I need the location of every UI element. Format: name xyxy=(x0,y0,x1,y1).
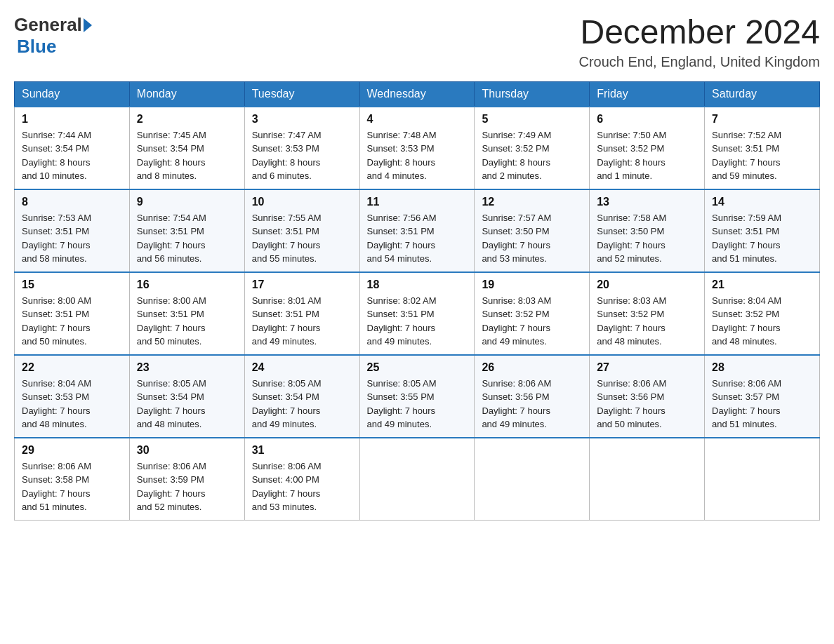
day-number: 22 xyxy=(22,361,122,374)
day-number: 30 xyxy=(137,444,237,457)
day-number: 20 xyxy=(597,279,697,291)
page-header: General Blue December 2024 Crouch End, E… xyxy=(14,14,820,70)
day-number: 21 xyxy=(712,279,812,291)
day-number: 4 xyxy=(367,113,468,126)
day-cell: 31Sunrise: 8:06 AMSunset: 4:00 PMDayligh… xyxy=(244,438,359,521)
day-cell: 10Sunrise: 7:55 AMSunset: 3:51 PMDayligh… xyxy=(244,189,359,272)
title-area: December 2024 Crouch End, England, Unite… xyxy=(578,14,820,70)
day-cell: 30Sunrise: 8:06 AMSunset: 3:59 PMDayligh… xyxy=(129,438,244,521)
day-number: 8 xyxy=(22,196,122,208)
calendar-subtitle: Crouch End, England, United Kingdom xyxy=(578,54,820,70)
calendar-header-row: SundayMondayTuesdayWednesdayThursdayFrid… xyxy=(15,81,820,107)
week-row-1: 1Sunrise: 7:44 AMSunset: 3:54 PMDaylight… xyxy=(15,107,820,189)
day-number: 29 xyxy=(22,444,122,457)
day-info: Sunrise: 8:01 AMSunset: 3:51 PMDaylight:… xyxy=(252,294,352,349)
day-number: 31 xyxy=(252,444,352,457)
day-info: Sunrise: 8:06 AMSunset: 3:59 PMDaylight:… xyxy=(137,459,237,514)
day-number: 26 xyxy=(482,361,582,374)
day-info: Sunrise: 7:55 AMSunset: 3:51 PMDaylight:… xyxy=(252,211,352,266)
day-number: 13 xyxy=(597,196,697,208)
day-cell: 23Sunrise: 8:05 AMSunset: 3:54 PMDayligh… xyxy=(129,355,244,438)
day-info: Sunrise: 8:03 AMSunset: 3:52 PMDaylight:… xyxy=(482,294,582,349)
day-number: 12 xyxy=(482,196,582,208)
day-cell: 20Sunrise: 8:03 AMSunset: 3:52 PMDayligh… xyxy=(590,272,705,355)
day-info: Sunrise: 8:00 AMSunset: 3:51 PMDaylight:… xyxy=(22,294,122,349)
day-cell: 13Sunrise: 7:58 AMSunset: 3:50 PMDayligh… xyxy=(590,189,705,272)
day-cell: 3Sunrise: 7:47 AMSunset: 3:53 PMDaylight… xyxy=(244,107,359,189)
day-cell: 21Sunrise: 8:04 AMSunset: 3:52 PMDayligh… xyxy=(705,272,820,355)
day-number: 18 xyxy=(367,279,468,291)
week-row-3: 15Sunrise: 8:00 AMSunset: 3:51 PMDayligh… xyxy=(15,272,820,355)
day-info: Sunrise: 7:44 AMSunset: 3:54 PMDaylight:… xyxy=(22,128,122,183)
day-number: 11 xyxy=(367,196,468,208)
day-cell xyxy=(359,438,475,521)
day-cell: 29Sunrise: 8:06 AMSunset: 3:58 PMDayligh… xyxy=(15,438,130,521)
week-row-4: 22Sunrise: 8:04 AMSunset: 3:53 PMDayligh… xyxy=(15,355,820,438)
day-number: 6 xyxy=(597,113,697,126)
day-number: 3 xyxy=(252,113,352,126)
logo-text-blue: Blue xyxy=(17,36,56,58)
day-cell xyxy=(590,438,705,521)
day-info: Sunrise: 8:04 AMSunset: 3:52 PMDaylight:… xyxy=(712,294,812,349)
day-cell: 8Sunrise: 7:53 AMSunset: 3:51 PMDaylight… xyxy=(15,189,130,272)
day-info: Sunrise: 7:45 AMSunset: 3:54 PMDaylight:… xyxy=(137,128,237,183)
day-cell xyxy=(475,438,590,521)
day-cell: 26Sunrise: 8:06 AMSunset: 3:56 PMDayligh… xyxy=(475,355,590,438)
day-cell: 1Sunrise: 7:44 AMSunset: 3:54 PMDaylight… xyxy=(15,107,130,189)
day-info: Sunrise: 7:48 AMSunset: 3:53 PMDaylight:… xyxy=(367,128,468,183)
day-info: Sunrise: 7:58 AMSunset: 3:50 PMDaylight:… xyxy=(597,211,697,266)
column-header-saturday: Saturday xyxy=(705,81,820,107)
day-number: 2 xyxy=(137,113,237,126)
day-info: Sunrise: 7:56 AMSunset: 3:51 PMDaylight:… xyxy=(367,211,468,266)
day-cell: 28Sunrise: 8:06 AMSunset: 3:57 PMDayligh… xyxy=(705,355,820,438)
day-cell: 14Sunrise: 7:59 AMSunset: 3:51 PMDayligh… xyxy=(705,189,820,272)
day-info: Sunrise: 7:50 AMSunset: 3:52 PMDaylight:… xyxy=(597,128,697,183)
day-number: 7 xyxy=(712,113,812,126)
day-info: Sunrise: 8:06 AMSunset: 4:00 PMDaylight:… xyxy=(252,459,352,514)
day-info: Sunrise: 8:06 AMSunset: 3:56 PMDaylight:… xyxy=(597,377,697,431)
column-header-thursday: Thursday xyxy=(475,81,590,107)
day-cell: 4Sunrise: 7:48 AMSunset: 3:53 PMDaylight… xyxy=(359,107,475,189)
day-number: 16 xyxy=(137,279,237,291)
day-number: 19 xyxy=(482,279,582,291)
day-info: Sunrise: 7:54 AMSunset: 3:51 PMDaylight:… xyxy=(137,211,237,266)
day-cell: 11Sunrise: 7:56 AMSunset: 3:51 PMDayligh… xyxy=(359,189,475,272)
day-cell: 5Sunrise: 7:49 AMSunset: 3:52 PMDaylight… xyxy=(475,107,590,189)
day-info: Sunrise: 8:02 AMSunset: 3:51 PMDaylight:… xyxy=(367,294,468,349)
day-info: Sunrise: 7:52 AMSunset: 3:51 PMDaylight:… xyxy=(712,128,812,183)
day-cell: 27Sunrise: 8:06 AMSunset: 3:56 PMDayligh… xyxy=(590,355,705,438)
column-header-monday: Monday xyxy=(129,81,244,107)
calendar-table: SundayMondayTuesdayWednesdayThursdayFrid… xyxy=(14,81,820,521)
day-number: 17 xyxy=(252,279,352,291)
day-cell: 24Sunrise: 8:05 AMSunset: 3:54 PMDayligh… xyxy=(244,355,359,438)
day-number: 14 xyxy=(712,196,812,208)
day-number: 23 xyxy=(137,361,237,374)
day-number: 9 xyxy=(137,196,237,208)
day-number: 27 xyxy=(597,361,697,374)
day-cell: 9Sunrise: 7:54 AMSunset: 3:51 PMDaylight… xyxy=(129,189,244,272)
day-info: Sunrise: 7:47 AMSunset: 3:53 PMDaylight:… xyxy=(252,128,352,183)
logo-text-general: General xyxy=(14,14,82,36)
day-number: 25 xyxy=(367,361,468,374)
column-header-friday: Friday xyxy=(590,81,705,107)
day-info: Sunrise: 8:05 AMSunset: 3:54 PMDaylight:… xyxy=(252,377,352,431)
day-info: Sunrise: 7:59 AMSunset: 3:51 PMDaylight:… xyxy=(712,211,812,266)
day-cell: 22Sunrise: 8:04 AMSunset: 3:53 PMDayligh… xyxy=(15,355,130,438)
day-info: Sunrise: 8:06 AMSunset: 3:57 PMDaylight:… xyxy=(712,377,812,431)
day-cell: 18Sunrise: 8:02 AMSunset: 3:51 PMDayligh… xyxy=(359,272,475,355)
day-cell: 25Sunrise: 8:05 AMSunset: 3:55 PMDayligh… xyxy=(359,355,475,438)
day-cell: 19Sunrise: 8:03 AMSunset: 3:52 PMDayligh… xyxy=(475,272,590,355)
day-info: Sunrise: 7:57 AMSunset: 3:50 PMDaylight:… xyxy=(482,211,582,266)
day-number: 1 xyxy=(22,113,122,126)
day-info: Sunrise: 7:53 AMSunset: 3:51 PMDaylight:… xyxy=(22,211,122,266)
day-info: Sunrise: 8:03 AMSunset: 3:52 PMDaylight:… xyxy=(597,294,697,349)
day-cell: 17Sunrise: 8:01 AMSunset: 3:51 PMDayligh… xyxy=(244,272,359,355)
day-cell xyxy=(705,438,820,521)
day-info: Sunrise: 7:49 AMSunset: 3:52 PMDaylight:… xyxy=(482,128,582,183)
day-info: Sunrise: 8:04 AMSunset: 3:53 PMDaylight:… xyxy=(22,377,122,431)
day-number: 10 xyxy=(252,196,352,208)
day-info: Sunrise: 8:06 AMSunset: 3:58 PMDaylight:… xyxy=(22,459,122,514)
day-cell: 2Sunrise: 7:45 AMSunset: 3:54 PMDaylight… xyxy=(129,107,244,189)
week-row-2: 8Sunrise: 7:53 AMSunset: 3:51 PMDaylight… xyxy=(15,189,820,272)
column-header-sunday: Sunday xyxy=(15,81,130,107)
